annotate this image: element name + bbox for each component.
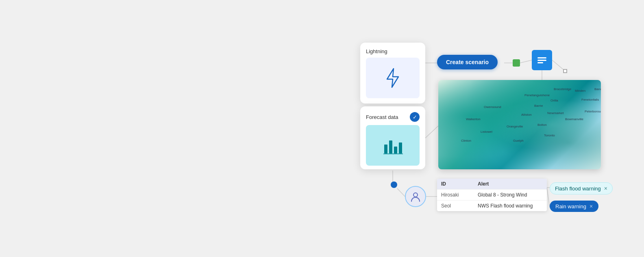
rain-warning-label: Rain warning: [555, 203, 586, 209]
table-cell-alert: Global 8 - Strong Wind: [478, 192, 543, 198]
svg-line-10: [547, 188, 550, 207]
table-col-id-header: ID: [441, 181, 478, 187]
svg-rect-14: [399, 143, 402, 153]
check-badge: ✓: [410, 112, 420, 122]
svg-point-16: [413, 193, 418, 197]
map-label: Penetanguishene: [524, 93, 550, 97]
flash-flood-label: Flash flood warning: [555, 186, 601, 192]
svg-line-7: [397, 188, 405, 197]
rain-warning-close-icon[interactable]: ×: [590, 203, 593, 209]
table-cell-id: Hirosaki: [441, 192, 478, 198]
map-label: Alliston: [521, 113, 532, 117]
map-label: Orangeville: [507, 125, 523, 128]
map-label: Guelph: [513, 139, 524, 143]
rain-warning-tag[interactable]: Rain warning ×: [550, 201, 598, 212]
svg-rect-12: [389, 140, 392, 153]
flash-flood-warning-tag[interactable]: Flash flood warning ×: [550, 182, 613, 194]
map-label: Toronto: [544, 134, 555, 137]
map-label: Bolton: [537, 123, 547, 127]
forecast-icon-box: [366, 125, 420, 166]
person-avatar: [405, 186, 426, 207]
connector-square: [563, 69, 567, 73]
bar-chart-icon: [383, 136, 403, 155]
map-label: Peterborough: [585, 110, 601, 113]
table-row: Hirosaki Global 8 - Strong Wind: [437, 189, 547, 200]
map-area: BracebridgeMindenBancPenetanguisheneOril…: [438, 80, 601, 169]
table-row: Seol NWS Flash flood warning: [437, 200, 547, 211]
map-label: Minden: [575, 89, 585, 93]
blue-connector-dot: [391, 181, 397, 188]
svg-rect-13: [394, 147, 397, 153]
table-cell-id: Seol: [441, 203, 478, 209]
table-cell-alert: NWS Flash flood warning: [478, 203, 543, 209]
svg-line-5: [425, 126, 438, 138]
doc-card: [532, 50, 552, 70]
lightning-icon: [385, 68, 401, 88]
map-label: Newmarket: [547, 111, 564, 115]
map-label: Bracebridge: [554, 87, 571, 91]
forecast-card: Forecast data ✓: [360, 106, 425, 169]
svg-line-2: [520, 60, 532, 63]
table-header: ID Alert: [437, 179, 547, 189]
map-label: Listowel: [481, 130, 492, 134]
forecast-card-title: Forecast data ✓: [366, 112, 420, 122]
map-label: Clinton: [461, 139, 471, 143]
lightning-icon-box: [366, 58, 420, 98]
table-col-alert-header: Alert: [478, 181, 543, 187]
map-label: Barrie: [534, 104, 543, 108]
doc-lines-icon: [537, 57, 546, 63]
svg-rect-11: [384, 145, 387, 153]
person-icon: [410, 191, 421, 202]
map-label: Walkerton: [466, 117, 481, 121]
data-table: ID Alert Hirosaki Global 8 - Strong Wind…: [437, 179, 547, 211]
map-background: BracebridgeMindenBancPenetanguisheneOril…: [438, 80, 601, 169]
flash-flood-close-icon[interactable]: ×: [604, 185, 607, 192]
lightning-card: Lightning: [360, 43, 425, 104]
map-label: Bowmanville: [565, 117, 583, 121]
green-node: [513, 59, 520, 67]
create-scenario-button[interactable]: Create scenario: [437, 55, 498, 69]
lightning-card-title: Lightning: [366, 48, 420, 54]
map-label: Owensound: [484, 105, 501, 109]
map-label: Banc: [594, 87, 601, 91]
map-label: Orilla: [550, 99, 558, 102]
map-label: Fenelonfalls: [581, 98, 599, 102]
